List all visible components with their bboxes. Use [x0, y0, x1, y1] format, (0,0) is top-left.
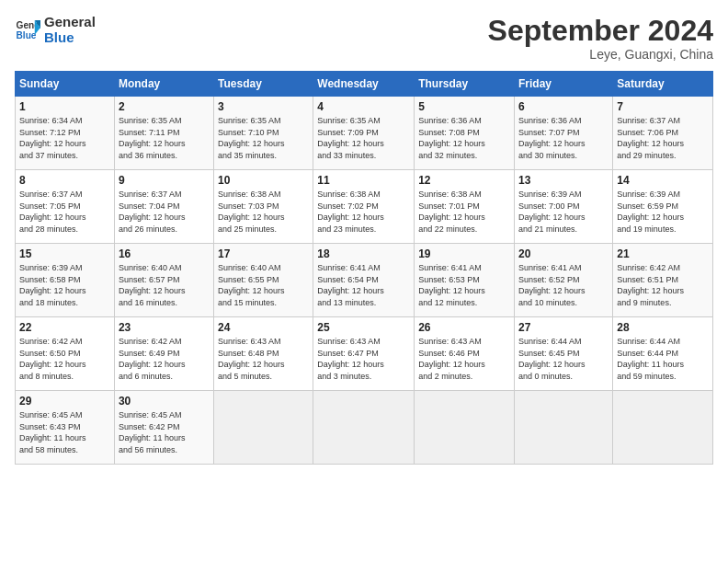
day-number: 30: [119, 395, 210, 408]
day-info: Sunrise: 6:44 AMSunset: 6:44 PMDaylight:…: [617, 336, 709, 382]
day-info: Sunrise: 6:40 AMSunset: 6:55 PMDaylight:…: [218, 262, 309, 308]
calendar-cell: 17 Sunrise: 6:40 AMSunset: 6:55 PMDaylig…: [214, 244, 313, 317]
calendar-cell: 13 Sunrise: 6:39 AMSunset: 7:00 PMDaylig…: [515, 170, 613, 244]
day-number: 16: [119, 247, 210, 260]
month-title: September 2024: [488, 15, 713, 47]
day-info: Sunrise: 6:42 AMSunset: 6:51 PMDaylight:…: [617, 262, 709, 308]
day-info: Sunrise: 6:38 AMSunset: 7:02 PMDaylight:…: [317, 189, 410, 235]
calendar-cell: 2 Sunrise: 6:35 AMSunset: 7:11 PMDayligh…: [114, 97, 213, 170]
day-number: 28: [617, 321, 709, 334]
day-number: 15: [19, 247, 110, 260]
col-header-tuesday: Tuesday: [214, 72, 313, 97]
calendar-body: 1 Sunrise: 6:34 AMSunset: 7:12 PMDayligh…: [16, 97, 713, 465]
calendar-cell: 20 Sunrise: 6:41 AMSunset: 6:52 PMDaylig…: [515, 244, 613, 317]
day-info: Sunrise: 6:37 AMSunset: 7:04 PMDaylight:…: [119, 189, 210, 235]
day-info: Sunrise: 6:35 AMSunset: 7:09 PMDaylight:…: [317, 115, 410, 161]
day-number: 11: [317, 174, 410, 187]
day-info: Sunrise: 6:44 AMSunset: 6:45 PMDaylight:…: [518, 336, 609, 382]
day-info: Sunrise: 6:43 AMSunset: 6:46 PMDaylight:…: [418, 336, 510, 382]
calendar-cell: 10 Sunrise: 6:38 AMSunset: 7:03 PMDaylig…: [214, 170, 313, 244]
calendar-week-3: 15 Sunrise: 6:39 AMSunset: 6:58 PMDaylig…: [16, 244, 713, 317]
col-header-thursday: Thursday: [415, 72, 515, 97]
calendar-cell: 6 Sunrise: 6:36 AMSunset: 7:07 PMDayligh…: [515, 97, 613, 170]
calendar-cell: 7 Sunrise: 6:37 AMSunset: 7:06 PMDayligh…: [613, 97, 713, 170]
day-number: 12: [418, 174, 510, 187]
day-info: Sunrise: 6:37 AMSunset: 7:06 PMDaylight:…: [617, 115, 709, 161]
day-number: 3: [218, 100, 309, 113]
day-info: Sunrise: 6:39 AMSunset: 6:58 PMDaylight:…: [19, 262, 110, 308]
day-number: 9: [119, 174, 210, 187]
day-info: Sunrise: 6:36 AMSunset: 7:08 PMDaylight:…: [418, 115, 510, 161]
calendar-cell: 30 Sunrise: 6:45 AMSunset: 6:42 PMDaylig…: [114, 391, 213, 465]
day-info: Sunrise: 6:35 AMSunset: 7:10 PMDaylight:…: [218, 115, 309, 161]
day-number: 22: [19, 321, 110, 334]
calendar-cell: [515, 391, 613, 465]
calendar-cell: 16 Sunrise: 6:40 AMSunset: 6:57 PMDaylig…: [114, 244, 213, 317]
day-number: 7: [617, 100, 709, 113]
logo: General Blue General Blue: [15, 15, 96, 45]
calendar-cell: [214, 391, 313, 465]
calendar-cell: 8 Sunrise: 6:37 AMSunset: 7:05 PMDayligh…: [16, 170, 115, 244]
day-info: Sunrise: 6:41 AMSunset: 6:52 PMDaylight:…: [518, 262, 609, 308]
day-info: Sunrise: 6:43 AMSunset: 6:48 PMDaylight:…: [218, 336, 309, 382]
day-info: Sunrise: 6:39 AMSunset: 7:00 PMDaylight:…: [518, 189, 609, 235]
calendar-cell: 11 Sunrise: 6:38 AMSunset: 7:02 PMDaylig…: [313, 170, 415, 244]
day-info: Sunrise: 6:35 AMSunset: 7:11 PMDaylight:…: [119, 115, 210, 161]
day-number: 20: [518, 247, 609, 260]
calendar-cell: 22 Sunrise: 6:42 AMSunset: 6:50 PMDaylig…: [16, 317, 115, 391]
day-number: 8: [19, 174, 110, 187]
day-number: 5: [418, 100, 510, 113]
day-info: Sunrise: 6:38 AMSunset: 7:01 PMDaylight:…: [418, 189, 510, 235]
day-info: Sunrise: 6:40 AMSunset: 6:57 PMDaylight:…: [119, 262, 210, 308]
day-number: 19: [418, 247, 510, 260]
day-number: 14: [617, 174, 709, 187]
page: General Blue General Blue September 2024…: [0, 0, 728, 563]
day-number: 10: [218, 174, 309, 187]
location: Leye, Guangxi, China: [488, 47, 713, 62]
day-info: Sunrise: 6:45 AMSunset: 6:42 PMDaylight:…: [119, 409, 210, 455]
logo-general: General: [44, 15, 96, 30]
day-info: Sunrise: 6:45 AMSunset: 6:43 PMDaylight:…: [19, 409, 110, 455]
title-block: September 2024 Leye, Guangxi, China: [488, 15, 713, 62]
logo-blue: Blue: [44, 30, 96, 46]
calendar-cell: 12 Sunrise: 6:38 AMSunset: 7:01 PMDaylig…: [415, 170, 515, 244]
header: General Blue General Blue September 2024…: [15, 15, 713, 62]
calendar-cell: [313, 391, 415, 465]
day-number: 2: [119, 100, 210, 113]
day-number: 6: [518, 100, 609, 113]
day-number: 27: [518, 321, 609, 334]
day-number: 1: [19, 100, 110, 113]
day-info: Sunrise: 6:41 AMSunset: 6:54 PMDaylight:…: [317, 262, 410, 308]
day-number: 26: [418, 321, 510, 334]
calendar-cell: 24 Sunrise: 6:43 AMSunset: 6:48 PMDaylig…: [214, 317, 313, 391]
calendar-cell: 23 Sunrise: 6:42 AMSunset: 6:49 PMDaylig…: [114, 317, 213, 391]
day-number: 21: [617, 247, 709, 260]
svg-text:Blue: Blue: [17, 30, 37, 40]
col-header-saturday: Saturday: [613, 72, 713, 97]
col-header-sunday: Sunday: [16, 72, 115, 97]
day-number: 13: [518, 174, 609, 187]
day-info: Sunrise: 6:39 AMSunset: 6:59 PMDaylight:…: [617, 189, 709, 235]
calendar-week-2: 8 Sunrise: 6:37 AMSunset: 7:05 PMDayligh…: [16, 170, 713, 244]
day-info: Sunrise: 6:43 AMSunset: 6:47 PMDaylight:…: [317, 336, 410, 382]
calendar-cell: [613, 391, 713, 465]
calendar-cell: 4 Sunrise: 6:35 AMSunset: 7:09 PMDayligh…: [313, 97, 415, 170]
day-number: 4: [317, 100, 410, 113]
calendar-week-4: 22 Sunrise: 6:42 AMSunset: 6:50 PMDaylig…: [16, 317, 713, 391]
calendar-cell: [415, 391, 515, 465]
calendar-cell: 25 Sunrise: 6:43 AMSunset: 6:47 PMDaylig…: [313, 317, 415, 391]
day-info: Sunrise: 6:42 AMSunset: 6:49 PMDaylight:…: [119, 336, 210, 382]
calendar-cell: 27 Sunrise: 6:44 AMSunset: 6:45 PMDaylig…: [515, 317, 613, 391]
calendar-cell: 21 Sunrise: 6:42 AMSunset: 6:51 PMDaylig…: [613, 244, 713, 317]
calendar-cell: 18 Sunrise: 6:41 AMSunset: 6:54 PMDaylig…: [313, 244, 415, 317]
calendar-cell: 5 Sunrise: 6:36 AMSunset: 7:08 PMDayligh…: [415, 97, 515, 170]
day-number: 23: [119, 321, 210, 334]
col-header-friday: Friday: [515, 72, 613, 97]
calendar-week-1: 1 Sunrise: 6:34 AMSunset: 7:12 PMDayligh…: [16, 97, 713, 170]
calendar-table: SundayMondayTuesdayWednesdayThursdayFrid…: [15, 71, 713, 465]
day-number: 17: [218, 247, 309, 260]
day-number: 25: [317, 321, 410, 334]
calendar-cell: 3 Sunrise: 6:35 AMSunset: 7:10 PMDayligh…: [214, 97, 313, 170]
day-number: 18: [317, 247, 410, 260]
day-info: Sunrise: 6:38 AMSunset: 7:03 PMDaylight:…: [218, 189, 309, 235]
